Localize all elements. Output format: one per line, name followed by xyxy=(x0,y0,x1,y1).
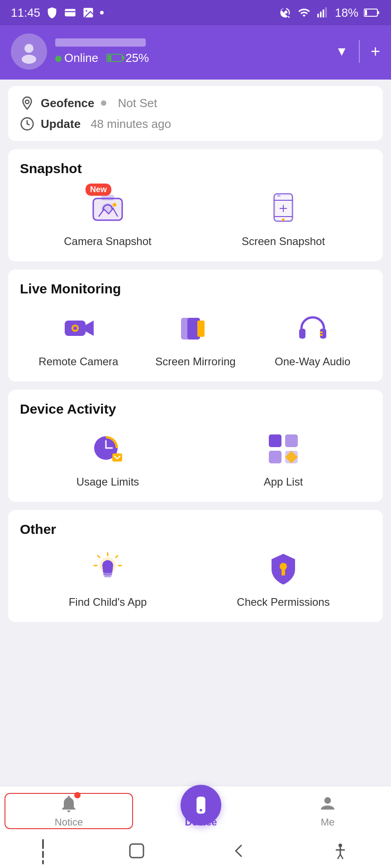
app-list-icon xyxy=(263,429,304,469)
svg-rect-51 xyxy=(104,576,111,577)
wifi-icon xyxy=(297,6,311,19)
svg-rect-39 xyxy=(320,334,323,336)
svg-point-25 xyxy=(282,218,285,221)
check-permissions-icon xyxy=(263,549,304,590)
svg-line-53 xyxy=(116,556,118,557)
one-way-audio-icon xyxy=(292,308,333,349)
screen-snapshot-item[interactable]: Screen Snapshot xyxy=(196,188,371,248)
svg-rect-46 xyxy=(269,451,281,463)
svg-point-3 xyxy=(86,10,87,12)
notice-icon-wrap xyxy=(59,794,79,814)
nav-me[interactable]: Me xyxy=(264,794,391,828)
dot-indicator xyxy=(100,11,104,14)
nav-accessibility-button[interactable] xyxy=(331,842,349,862)
svg-rect-4 xyxy=(317,14,319,17)
svg-rect-36 xyxy=(299,329,305,339)
app-list-item[interactable]: App List xyxy=(196,429,371,488)
other-section: Other xyxy=(8,510,383,622)
name-placeholder xyxy=(55,38,146,47)
svg-line-68 xyxy=(340,854,343,859)
svg-point-61 xyxy=(200,809,202,811)
nav-notice[interactable]: Notice xyxy=(5,793,133,829)
app-list-label: App List xyxy=(264,476,303,488)
screen-mirroring-label: Screen Mirroring xyxy=(155,355,235,368)
main-content: Geofence Not Set Update 48 minutes ago S… xyxy=(0,86,391,676)
snapshot-section: Snapshot New xyxy=(8,149,383,261)
remote-camera-label: Remote Camera xyxy=(38,355,118,368)
svg-rect-58 xyxy=(281,569,285,576)
geofence-icon xyxy=(20,96,34,110)
new-badge: New xyxy=(86,184,111,196)
svg-rect-43 xyxy=(112,453,122,462)
svg-rect-10 xyxy=(365,10,367,15)
clock-icon xyxy=(20,117,34,131)
divider xyxy=(359,40,360,63)
geofence-value: Not Set xyxy=(118,96,157,110)
image-icon xyxy=(82,6,95,19)
nav-recent-button[interactable] xyxy=(42,839,44,864)
camera-snapshot-label: Camera Snapshot xyxy=(64,235,151,248)
screen-snapshot-label: Screen Snapshot xyxy=(242,235,325,248)
card-icon xyxy=(64,6,76,19)
svg-rect-0 xyxy=(65,9,75,16)
svg-rect-26 xyxy=(277,195,281,197)
usage-limits-item[interactable]: Usage Limits xyxy=(20,429,196,488)
device-icon xyxy=(191,795,211,815)
status-bar: 11:45 18% xyxy=(0,0,391,25)
device-activity-section: Device Activity Usage Limits xyxy=(8,390,383,502)
online-label: Online xyxy=(64,51,98,65)
avatar xyxy=(11,33,47,70)
other-title: Other xyxy=(20,522,371,537)
svg-point-20 xyxy=(113,203,116,207)
dropdown-arrow[interactable]: ▼ xyxy=(335,44,348,59)
one-way-audio-label: One-Way Audio xyxy=(275,355,350,368)
svg-rect-5 xyxy=(320,12,322,18)
info-row: Geofence Not Set Update 48 minutes ago xyxy=(8,86,383,141)
screen-mirroring-item[interactable]: Screen Mirroring xyxy=(137,308,254,368)
person-icon xyxy=(318,794,338,814)
camera-snapshot-item[interactable]: New Camera Snapshot xyxy=(20,188,196,248)
child-battery-percent: 25% xyxy=(125,51,149,65)
svg-rect-63 xyxy=(130,844,143,858)
me-icon-wrap xyxy=(318,794,338,814)
usage-limits-icon xyxy=(87,429,128,469)
svg-rect-35 xyxy=(197,321,205,337)
battery-icon xyxy=(364,8,380,17)
geofence-row: Geofence Not Set xyxy=(20,96,371,110)
svg-point-32 xyxy=(73,326,77,330)
update-label: Update xyxy=(41,117,81,131)
device-activity-title: Device Activity xyxy=(20,401,371,417)
child-battery-icon xyxy=(106,54,123,62)
svg-rect-45 xyxy=(285,434,298,447)
svg-point-12 xyxy=(22,55,36,64)
svg-line-54 xyxy=(98,556,100,557)
nav-device[interactable]: Device xyxy=(138,794,264,828)
svg-line-67 xyxy=(338,854,340,859)
screen-mirroring-icon xyxy=(175,308,216,349)
update-value: 48 minutes ago xyxy=(91,117,171,131)
svg-point-64 xyxy=(339,844,342,847)
one-way-audio-item[interactable]: One-Way Audio xyxy=(254,308,371,368)
find-childs-app-item[interactable]: Find Child's App xyxy=(20,549,196,609)
me-label: Me xyxy=(321,816,335,828)
live-monitoring-title: Live Monitoring xyxy=(20,281,371,297)
notice-dot xyxy=(74,792,81,798)
find-childs-app-icon xyxy=(87,549,128,590)
svg-rect-38 xyxy=(320,331,323,333)
svg-point-11 xyxy=(24,44,33,53)
shield-icon xyxy=(46,6,58,19)
android-nav-bar xyxy=(0,835,391,868)
screen-snapshot-icon xyxy=(263,188,304,229)
check-permissions-item[interactable]: Check Permissions xyxy=(196,549,371,609)
notice-label: Notice xyxy=(55,816,83,828)
nav-home-button[interactable] xyxy=(128,842,146,862)
svg-point-13 xyxy=(25,100,29,104)
remote-camera-item[interactable]: Remote Camera xyxy=(20,308,137,368)
header: Online 25% ▼ + xyxy=(0,25,391,80)
add-button[interactable]: + xyxy=(371,42,380,61)
svg-rect-9 xyxy=(377,11,379,14)
nav-back-button[interactable] xyxy=(229,842,248,862)
device-center-button[interactable] xyxy=(181,785,221,826)
online-dot xyxy=(55,56,62,62)
svg-rect-37 xyxy=(320,329,326,339)
